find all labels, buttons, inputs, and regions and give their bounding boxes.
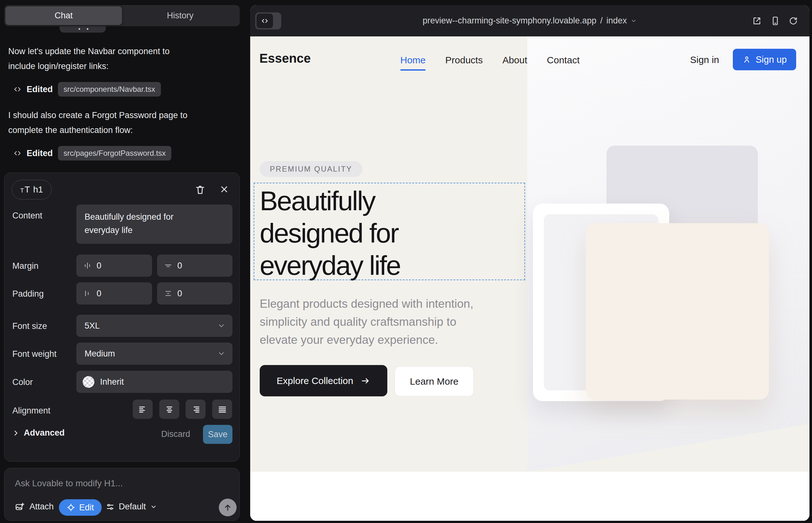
edited-label: Edited bbox=[27, 85, 53, 94]
hero-visual-panel bbox=[527, 36, 810, 472]
heading-line: designed for bbox=[260, 217, 400, 249]
preview-browser-window: preview--charming-site-symphony.lovable.… bbox=[250, 5, 810, 521]
file-badge[interactable]: src/pages/ForgotPassword.tsx bbox=[58, 146, 172, 161]
chat-composer: Ask Lovable to modify H1... Attach Edit … bbox=[4, 468, 240, 521]
preview-url: preview--charming-site-symphony.lovable.… bbox=[423, 16, 597, 26]
code-icon bbox=[13, 85, 21, 93]
type-icon: TT bbox=[20, 184, 30, 195]
explore-collection-label: Explore Collection bbox=[277, 376, 353, 386]
mobile-view-button[interactable] bbox=[770, 16, 780, 26]
site-below-fold bbox=[250, 472, 810, 521]
heading-line: Beautifully bbox=[260, 184, 400, 217]
learn-more-button[interactable]: Learn More bbox=[394, 366, 474, 396]
transparent-swatch-icon bbox=[83, 376, 94, 388]
file-badge[interactable]: src/components/Navbar.tsx bbox=[58, 82, 161, 96]
sliders-icon bbox=[106, 502, 114, 511]
chevron-down-icon bbox=[631, 18, 637, 24]
attach-button[interactable]: Attach bbox=[15, 502, 54, 511]
heading-line: everyday life bbox=[260, 249, 400, 282]
nav-link-about[interactable]: About bbox=[502, 55, 527, 66]
align-center-icon bbox=[165, 404, 174, 414]
padding-x-value: 0 bbox=[96, 289, 101, 299]
tab-history[interactable]: History bbox=[122, 6, 239, 25]
content-line: everyday life bbox=[85, 223, 224, 237]
tag-name: h1 bbox=[33, 184, 43, 195]
sign-in-link[interactable]: Sign in bbox=[690, 54, 719, 65]
edited-file-row: Edited src/components/Navbar.tsx bbox=[13, 82, 161, 96]
margin-x-input[interactable]: 0 bbox=[76, 254, 152, 277]
selected-element-tag[interactable]: TT h1 bbox=[12, 180, 52, 199]
margin-x-value: 0 bbox=[96, 261, 101, 271]
hero-badge: PREMIUM QUALITY bbox=[260, 161, 362, 177]
url-bar[interactable]: preview--charming-site-symphony.lovable.… bbox=[250, 5, 810, 36]
align-center-button[interactable] bbox=[159, 399, 179, 419]
align-left-icon bbox=[138, 404, 147, 414]
align-justify-icon bbox=[217, 404, 227, 414]
advanced-label: Advanced bbox=[24, 428, 65, 438]
send-button[interactable] bbox=[219, 499, 236, 516]
site-logo[interactable]: Essence bbox=[259, 51, 311, 66]
assistant-message: Now let's update the Navbar component to… bbox=[8, 44, 232, 74]
explore-collection-button[interactable]: Explore Collection bbox=[260, 365, 387, 396]
align-right-icon bbox=[191, 404, 200, 414]
padding-x-input[interactable]: 0 bbox=[76, 283, 152, 305]
advanced-toggle[interactable]: Advanced bbox=[12, 428, 65, 438]
arrow-up-icon bbox=[223, 503, 232, 512]
chevron-down-icon bbox=[217, 349, 226, 358]
sign-up-label: Sign up bbox=[756, 54, 787, 65]
composer-input[interactable]: Ask Lovable to modify H1... bbox=[15, 479, 123, 488]
nav-link-products[interactable]: Products bbox=[445, 55, 483, 66]
sign-up-button[interactable]: Sign up bbox=[733, 49, 796, 70]
site-nav: Home Products About Contact bbox=[400, 55, 580, 66]
nav-link-contact[interactable]: Contact bbox=[547, 55, 580, 66]
refresh-button[interactable] bbox=[788, 16, 798, 26]
preview-site: Essence Home Products About Contact Sign… bbox=[250, 36, 810, 521]
margin-label: Margin bbox=[12, 261, 39, 271]
align-left-button[interactable] bbox=[133, 399, 153, 419]
hero-heading[interactable]: Beautifully designed for everyday life bbox=[260, 184, 400, 282]
font-weight-value: Medium bbox=[85, 349, 115, 359]
chip-dot bbox=[78, 28, 80, 30]
preview-browser-bar: preview--charming-site-symphony.lovable.… bbox=[250, 5, 810, 36]
chip-dot bbox=[87, 28, 88, 30]
margin-y-value: 0 bbox=[177, 261, 182, 271]
color-picker-field[interactable]: Inherit bbox=[76, 371, 232, 393]
close-editor-button[interactable] bbox=[219, 184, 231, 196]
color-value: Inherit bbox=[100, 377, 124, 387]
composer-toolbar: Attach Edit Default bbox=[4, 499, 240, 516]
discard-button[interactable]: Discard bbox=[161, 429, 190, 439]
font-weight-label: Font weight bbox=[12, 349, 57, 359]
chevron-down-icon bbox=[150, 503, 157, 510]
alignment-label: Alignment bbox=[12, 406, 50, 416]
content-textarea[interactable]: Beautifully designed for everyday life bbox=[76, 204, 232, 244]
save-button[interactable]: Save bbox=[203, 425, 232, 444]
tab-chat[interactable]: Chat bbox=[5, 6, 122, 25]
model-default-selector[interactable]: Default bbox=[106, 502, 157, 511]
target-icon bbox=[67, 503, 75, 512]
paragraph-line: Elegant products designed with intention… bbox=[260, 295, 474, 313]
padding-y-input[interactable]: 0 bbox=[157, 283, 232, 305]
person-icon bbox=[742, 55, 751, 64]
nav-link-home[interactable]: Home bbox=[400, 55, 426, 66]
align-justify-button[interactable] bbox=[212, 399, 232, 419]
font-size-select[interactable]: 5XL bbox=[76, 315, 232, 337]
edit-mode-button[interactable]: Edit bbox=[59, 499, 102, 516]
open-external-button[interactable] bbox=[752, 16, 762, 26]
edited-label: Edited bbox=[27, 148, 53, 158]
attach-label: Attach bbox=[30, 502, 54, 511]
align-right-button[interactable] bbox=[186, 399, 206, 419]
font-size-label: Font size bbox=[12, 321, 47, 331]
chevron-right-icon bbox=[12, 430, 19, 437]
font-weight-select[interactable]: Medium bbox=[76, 343, 232, 365]
margin-y-input[interactable]: 0 bbox=[157, 254, 232, 277]
chevron-down-icon bbox=[217, 322, 226, 330]
attach-image-icon bbox=[15, 502, 25, 511]
decorative-wedge bbox=[527, 405, 810, 472]
padding-y-icon bbox=[164, 289, 172, 297]
assistant-message: I should also create a Forgot Password p… bbox=[8, 108, 232, 138]
hero-paragraph: Elegant products designed with intention… bbox=[260, 295, 474, 349]
app-root: Chat History Now let's update the Navbar… bbox=[0, 0, 812, 523]
padding-x-icon bbox=[83, 289, 91, 297]
delete-element-button[interactable] bbox=[195, 184, 206, 196]
color-label: Color bbox=[12, 377, 33, 387]
